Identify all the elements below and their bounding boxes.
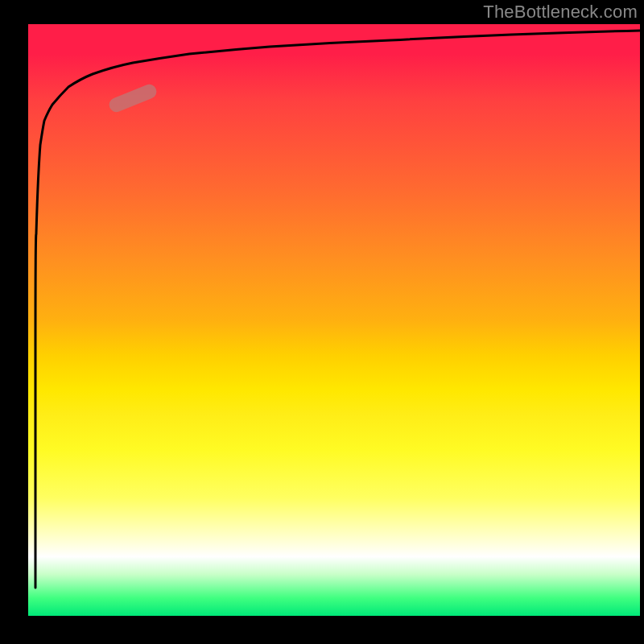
chart-gradient-background bbox=[28, 24, 640, 616]
watermark-text: TheBottleneck.com bbox=[483, 2, 638, 23]
